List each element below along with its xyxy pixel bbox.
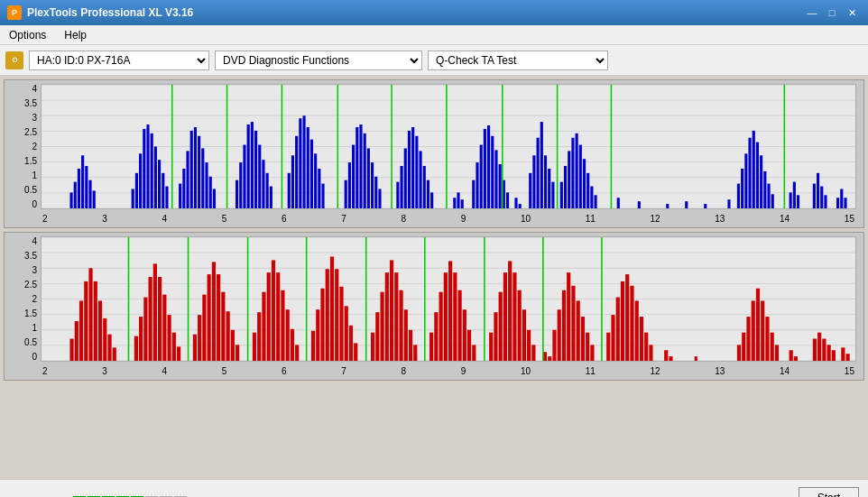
svg-rect-273 <box>771 333 774 361</box>
drive-icon: ⊙ <box>5 51 23 69</box>
svg-rect-209 <box>375 312 379 361</box>
svg-rect-261 <box>644 333 648 361</box>
svg-rect-51 <box>295 136 298 208</box>
svg-rect-267 <box>742 333 745 361</box>
svg-rect-43 <box>254 131 257 208</box>
svg-rect-111 <box>579 145 582 208</box>
svg-rect-107 <box>564 166 567 208</box>
svg-rect-222 <box>444 272 448 361</box>
top-chart-x-axis: 2 3 4 5 6 7 8 9 10 11 12 13 14 15 <box>41 209 856 227</box>
svg-rect-136 <box>797 195 799 208</box>
svg-rect-124 <box>741 169 743 208</box>
svg-rect-216 <box>409 330 412 361</box>
svg-rect-137 <box>813 184 816 208</box>
svg-rect-22 <box>154 147 157 209</box>
svg-rect-16 <box>132 189 134 208</box>
test-select[interactable]: Q-Check TA Test <box>428 51 608 70</box>
svg-rect-258 <box>630 286 633 361</box>
svg-rect-264 <box>669 356 672 361</box>
svg-rect-91 <box>494 150 497 208</box>
svg-rect-245 <box>562 290 566 361</box>
svg-rect-80 <box>430 192 433 208</box>
svg-rect-212 <box>390 260 393 361</box>
svg-rect-266 <box>737 345 741 361</box>
svg-rect-141 <box>836 198 839 208</box>
svg-rect-172 <box>172 333 176 361</box>
svg-rect-130 <box>763 171 766 208</box>
svg-rect-170 <box>162 295 166 361</box>
svg-rect-274 <box>775 345 779 361</box>
svg-rect-198 <box>316 309 319 361</box>
svg-rect-143 <box>844 198 846 208</box>
svg-rect-217 <box>413 345 417 361</box>
svg-rect-283 <box>846 354 850 361</box>
start-button[interactable]: Start <box>799 487 859 498</box>
svg-rect-158 <box>94 281 97 361</box>
close-button[interactable]: ✕ <box>843 5 861 21</box>
svg-rect-157 <box>88 268 92 361</box>
svg-rect-97 <box>519 204 522 208</box>
menu-options[interactable]: Options <box>4 27 51 43</box>
svg-rect-14 <box>88 180 91 208</box>
svg-rect-188 <box>262 292 265 361</box>
svg-rect-87 <box>480 145 483 208</box>
svg-rect-76 <box>415 136 418 208</box>
svg-rect-200 <box>326 269 329 361</box>
maximize-button[interactable]: □ <box>823 5 841 21</box>
svg-rect-131 <box>767 184 770 208</box>
svg-rect-123 <box>737 184 740 208</box>
right-buttons: Start i <box>799 487 859 498</box>
toolbar: ⊙ HA:0 ID:0 PX-716A DVD Diagnostic Funct… <box>0 45 868 76</box>
svg-rect-39 <box>239 162 242 208</box>
svg-rect-28 <box>182 169 185 208</box>
svg-rect-73 <box>404 148 407 208</box>
svg-rect-271 <box>761 300 764 361</box>
svg-rect-120 <box>685 201 688 208</box>
svg-rect-259 <box>635 300 639 361</box>
svg-rect-255 <box>616 298 620 361</box>
svg-rect-118 <box>638 201 641 208</box>
svg-rect-10 <box>74 182 77 208</box>
svg-rect-18 <box>139 153 142 208</box>
svg-rect-21 <box>151 133 153 208</box>
app-icon: P <box>7 5 22 20</box>
bottom-chart: 4 3.5 3 2.5 2 1.5 1 0.5 0 <box>4 232 864 381</box>
drive-select[interactable]: HA:0 ID:0 PX-716A <box>29 51 209 70</box>
svg-rect-190 <box>272 260 275 361</box>
svg-rect-165 <box>139 317 143 361</box>
svg-rect-153 <box>69 339 73 361</box>
svg-rect-178 <box>208 274 211 361</box>
title-bar: P PlexTools Professional XL V3.16 — □ ✕ <box>0 0 868 25</box>
svg-rect-33 <box>201 148 204 208</box>
svg-rect-253 <box>606 333 610 361</box>
minimize-button[interactable]: — <box>803 5 821 21</box>
svg-rect-173 <box>177 346 180 361</box>
svg-rect-275 <box>790 350 793 361</box>
svg-rect-254 <box>611 315 614 361</box>
svg-rect-138 <box>817 173 819 208</box>
svg-rect-224 <box>453 272 457 361</box>
svg-rect-179 <box>212 262 216 361</box>
svg-rect-55 <box>310 140 313 208</box>
svg-rect-237 <box>522 309 526 361</box>
svg-rect-101 <box>540 122 543 208</box>
svg-rect-256 <box>621 281 624 361</box>
svg-rect-168 <box>153 263 157 361</box>
svg-rect-84 <box>461 199 464 208</box>
svg-rect-186 <box>253 333 256 361</box>
function-select[interactable]: DVD Diagnostic Functions <box>215 51 422 70</box>
bottom-chart-y-axis: 4 3.5 3 2.5 2 1.5 1 0.5 0 <box>5 236 41 362</box>
svg-rect-58 <box>321 184 324 208</box>
svg-rect-223 <box>448 261 452 361</box>
menu-help[interactable]: Help <box>59 27 92 43</box>
svg-rect-129 <box>760 155 762 208</box>
svg-rect-64 <box>359 124 362 208</box>
svg-rect-52 <box>299 118 301 208</box>
svg-rect-270 <box>756 289 760 361</box>
svg-rect-202 <box>335 269 338 361</box>
bottom-chart-svg <box>42 237 855 361</box>
svg-rect-204 <box>345 306 348 361</box>
svg-rect-88 <box>484 129 486 208</box>
svg-rect-126 <box>748 138 751 208</box>
svg-rect-17 <box>135 173 138 208</box>
